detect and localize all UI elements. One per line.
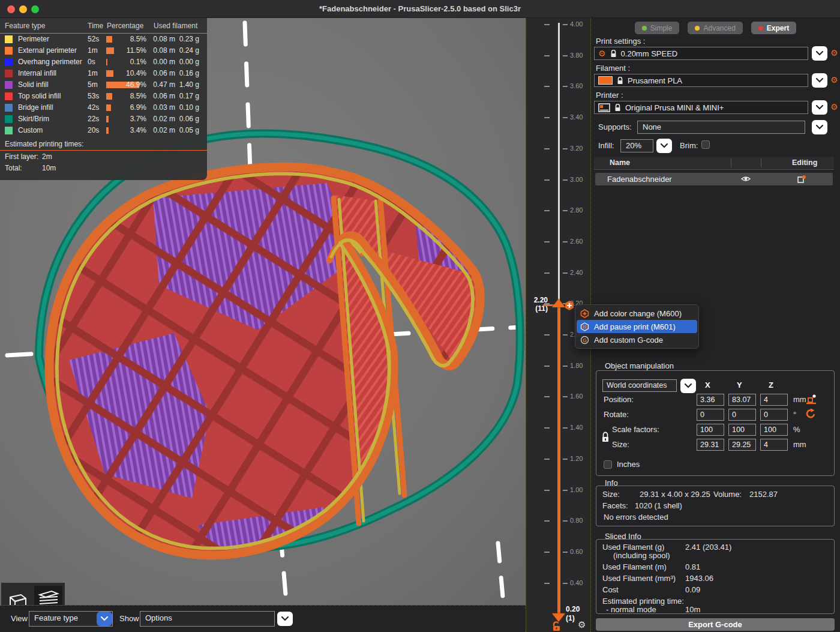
mode-expert-label: Expert bbox=[767, 24, 789, 32]
tick-value: 1.40 bbox=[570, 424, 583, 431]
legend-row: Bridge infill42s6.9%0.03 m0.10 g bbox=[0, 102, 207, 113]
axis-z-input[interactable] bbox=[760, 409, 788, 421]
layer-tick: 2.60 bbox=[526, 238, 592, 246]
tick-dash bbox=[563, 55, 568, 56]
feature-percentage: 0.1% bbox=[107, 56, 146, 68]
scale-lock-icon[interactable] bbox=[601, 429, 610, 449]
axis-x-input[interactable] bbox=[697, 424, 724, 436]
inches-toggle[interactable]: Inches bbox=[604, 460, 640, 469]
show-select-chevron[interactable] bbox=[277, 612, 293, 626]
3d-editor-view-button[interactable] bbox=[4, 586, 32, 605]
view-select-chevron[interactable] bbox=[97, 612, 112, 626]
tick-value: 2.80 bbox=[570, 206, 583, 214]
feature-legend-panel: Feature type Time Percentage Used filame… bbox=[0, 18, 207, 180]
axis-x-input[interactable] bbox=[697, 439, 724, 451]
print-settings-chevron[interactable] bbox=[812, 46, 827, 61]
layer-tick: 1.40 bbox=[526, 424, 592, 432]
filament-combo[interactable]: Prusament PLA bbox=[594, 74, 808, 87]
slider-settings-gear-icon[interactable]: ⚙ bbox=[578, 619, 586, 630]
unlock-icon[interactable] bbox=[551, 621, 562, 631]
feature-time: 5m bbox=[88, 79, 98, 91]
drop-to-bed-icon[interactable] bbox=[805, 394, 817, 405]
filament-m-label: Used Filament (m) bbox=[602, 562, 667, 571]
menu-item-add-color-change[interactable]: Add color change (M600) bbox=[575, 307, 698, 320]
mode-expert-button[interactable]: Expert bbox=[751, 22, 796, 34]
rotate-reset-icon[interactable] bbox=[806, 408, 817, 419]
gcode-icon: G bbox=[580, 336, 589, 345]
supports-select[interactable]: None bbox=[637, 121, 805, 134]
bottom-layer-height: 0.20 bbox=[566, 605, 580, 614]
tick-dash bbox=[563, 179, 568, 181]
show-select[interactable]: Options bbox=[140, 611, 275, 627]
print-settings-combo[interactable]: ⚙ 0.20mm SPEED bbox=[594, 47, 808, 60]
tick-dash bbox=[544, 148, 550, 149]
layer-slider-track-upper[interactable] bbox=[558, 23, 560, 305]
printer-gear-icon[interactable]: ⚙ bbox=[830, 102, 838, 112]
axis-y-input[interactable] bbox=[728, 394, 756, 406]
filament-color-swatch bbox=[598, 76, 613, 85]
edit-object-icon[interactable] bbox=[797, 175, 806, 184]
object-row[interactable]: Fadenabschneider bbox=[595, 173, 833, 185]
coordinates-select[interactable]: World coordinates bbox=[602, 379, 677, 392]
view-select-value: Feature type bbox=[34, 613, 78, 622]
brim-checkbox[interactable] bbox=[701, 140, 710, 149]
printer-combo[interactable]: Original Prusa MINI & MINI+ bbox=[594, 101, 808, 114]
layer-tick: 0.60 bbox=[526, 548, 592, 556]
feature-label: External perimeter bbox=[18, 45, 77, 56]
export-gcode-button[interactable]: Export G-code bbox=[596, 618, 835, 631]
volume-value: 2152.87 bbox=[749, 490, 778, 499]
tick-dash bbox=[563, 552, 568, 553]
axis-x-input[interactable] bbox=[697, 409, 724, 421]
infill-chevron[interactable] bbox=[656, 139, 672, 153]
axis-z-input[interactable] bbox=[760, 439, 788, 451]
visibility-eye-icon[interactable] bbox=[741, 175, 751, 183]
printer-chevron[interactable] bbox=[812, 100, 827, 115]
title-bar: *Fadenabschneider - PrusaSlicer-2.5.0 ba… bbox=[0, 0, 840, 18]
feature-label: Bridge infill bbox=[18, 102, 53, 113]
layer-slider-upper-thumb[interactable] bbox=[552, 299, 565, 307]
pause-icon bbox=[580, 322, 589, 331]
layer-tick: 4.00 bbox=[526, 20, 592, 29]
add-tick-icon[interactable] bbox=[564, 300, 575, 311]
supports-chevron[interactable] bbox=[812, 120, 827, 134]
axis-y-input[interactable] bbox=[728, 424, 756, 436]
print-settings-label: Print settings : bbox=[596, 37, 645, 46]
filament-gear-icon[interactable]: ⚙ bbox=[830, 75, 838, 85]
feature-color-swatch bbox=[5, 81, 13, 89]
coordinates-chevron[interactable] bbox=[680, 379, 696, 393]
feature-percentage: 8.5% bbox=[107, 34, 146, 45]
info-panel: Size: 29.31 x 4.00 x 29.25 Volume: 2152.… bbox=[596, 486, 835, 526]
view-mode-toolbar bbox=[1, 583, 65, 605]
chevron-down-icon bbox=[685, 384, 692, 388]
editing-column-header: Editing bbox=[792, 158, 817, 167]
feature-meters: 0.08 m bbox=[148, 45, 175, 56]
infill-select[interactable]: 20% bbox=[620, 139, 653, 152]
preview-view-button[interactable] bbox=[34, 586, 62, 605]
tick-value: 3.80 bbox=[570, 52, 583, 59]
axis-y-input[interactable] bbox=[728, 409, 756, 421]
axis-z-input[interactable] bbox=[760, 394, 788, 406]
tick-dash bbox=[544, 552, 550, 553]
cost-value: 0.09 bbox=[685, 585, 700, 594]
view-select[interactable]: Feature type bbox=[29, 611, 113, 627]
menu-item-add-pause-print[interactable]: Add pause print (M601) bbox=[577, 320, 697, 333]
menu-item-label: Add pause print (M601) bbox=[594, 322, 676, 331]
feature-percentage: 3.7% bbox=[107, 113, 146, 125]
filament-chevron[interactable] bbox=[812, 73, 827, 88]
axis-y-input[interactable] bbox=[728, 439, 756, 451]
mode-advanced-button[interactable]: Advanced bbox=[688, 22, 742, 34]
layer-slider-lower-thumb[interactable] bbox=[552, 613, 565, 622]
inches-checkbox[interactable] bbox=[604, 460, 612, 469]
printer-label: Printer : bbox=[596, 91, 623, 100]
tick-dash bbox=[563, 86, 568, 87]
menu-item-add-custom-gcode[interactable]: G Add custom G-code bbox=[575, 333, 698, 346]
filament-label: Filament : bbox=[596, 64, 630, 73]
print-settings-gear-icon[interactable]: ⚙ bbox=[830, 48, 838, 58]
axis-x-input[interactable] bbox=[697, 394, 724, 406]
tick-value: 3.20 bbox=[570, 145, 583, 152]
layer-tick: 3.20 bbox=[526, 145, 592, 153]
mode-simple-button[interactable]: Simple bbox=[635, 22, 680, 34]
manipulation-row-label: Scale factors: bbox=[612, 425, 659, 434]
axis-z-input[interactable] bbox=[760, 424, 788, 436]
tick-dash bbox=[544, 86, 550, 87]
